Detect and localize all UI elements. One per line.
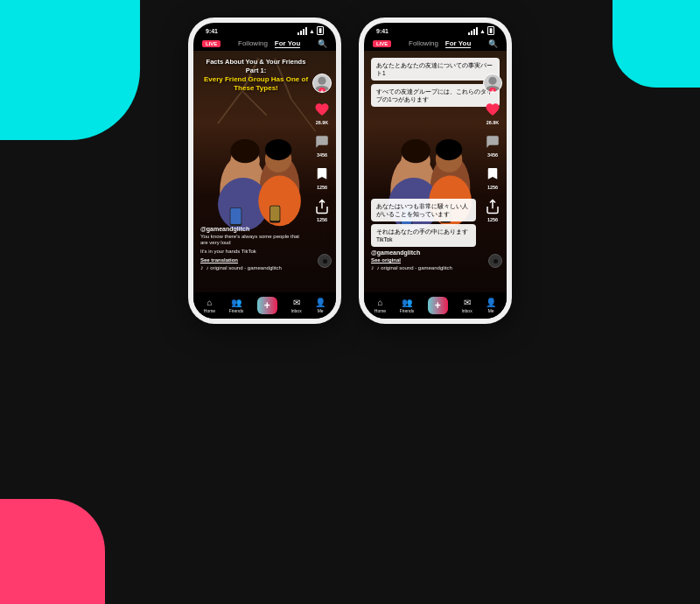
avatar-item-right: +	[483, 74, 502, 93]
like-icon-left[interactable]	[312, 100, 332, 119]
jp-caption2-box-right: それはあなたの手の中にありますTikTok	[371, 224, 476, 247]
svg-point-29	[401, 139, 430, 163]
jp-overlay-right: あなたとあなたの友達についての事実パート1 すべての友達グループには、これらのタ…	[371, 58, 500, 110]
save-action-left[interactable]: 1256	[312, 165, 332, 190]
bg-accent-pink	[0, 499, 105, 604]
inbox-icon-left: ✉	[293, 298, 300, 307]
save-icon-left[interactable]	[312, 165, 332, 184]
music-note-left: ♪	[200, 264, 204, 270]
tab-following-left[interactable]: Following	[238, 39, 268, 48]
nav-me-left[interactable]: 👤 Me	[315, 298, 326, 313]
tab-for-you-left[interactable]: For You	[275, 39, 300, 48]
sound-text-right: ♪ original sound - gameandglitch	[377, 265, 452, 270]
see-original-right[interactable]: See original	[371, 257, 476, 263]
username-left: @gameandglitch	[200, 226, 305, 232]
bar3	[303, 29, 304, 35]
share-icon-right[interactable]	[483, 197, 502, 216]
share-count-right: 1256	[487, 217, 498, 222]
me-label-right: Me	[488, 308, 494, 313]
heart-svg-right	[485, 102, 500, 117]
search-icon-left[interactable]: 🔍	[318, 39, 327, 48]
jp-title1-right: あなたとあなたの友達についての事実パート1	[376, 61, 494, 77]
side-actions-left: + 26.9K	[312, 74, 332, 222]
jp-box2-right: すべての友達グループには、これらのタイプの1つがあります	[371, 84, 500, 107]
bottom-info-right: あなたはいつも非常に騒々しい人がいることを知っています それはあなたの手の中にあ…	[371, 199, 476, 270]
bottom-info-left: @gameandglitch You know there's always s…	[200, 226, 305, 270]
plus-button-right[interactable]: +	[428, 297, 448, 314]
me-icon-left: 👤	[315, 298, 326, 307]
save-action-right[interactable]: 1256	[483, 165, 502, 190]
nav-inbox-left[interactable]: ✉ Inbox	[290, 298, 301, 313]
phone-left: 9:41 ▲ ▮ LIVE Following For Y	[188, 18, 341, 324]
friends-label-left: Friends	[229, 308, 244, 313]
live-badge-left[interactable]: LIVE	[202, 40, 220, 47]
bookmark-svg-left	[316, 166, 328, 182]
wifi-icon-right: ▲	[480, 28, 486, 34]
like-icon-right[interactable]	[483, 100, 502, 119]
title-white-left: Facts About You & Your Friends Part 1:	[202, 58, 310, 75]
save-count-left: 1256	[317, 185, 327, 190]
rbar2	[471, 31, 472, 35]
home-icon-right: ⌂	[377, 298, 382, 307]
like-count-right: 26.9K	[486, 120, 500, 125]
avatar-left[interactable]: +	[312, 74, 332, 93]
nav-friends-left[interactable]: 👥 Friends	[229, 298, 244, 313]
like-count-left: 26.9K	[316, 120, 329, 125]
top-nav-left: LIVE Following For You 🔍	[193, 37, 336, 51]
comment-svg-left	[314, 134, 330, 150]
avatar-plus-left[interactable]: +	[318, 88, 326, 93]
friends-label-right: Friends	[400, 308, 415, 313]
nav-friends-right[interactable]: 👥 Friends	[400, 298, 415, 313]
share-count-left: 1256	[317, 217, 327, 222]
share-icon-left[interactable]	[312, 197, 332, 216]
nav-me-right[interactable]: 👤 Me	[486, 298, 496, 313]
comment-icon-left[interactable]	[312, 132, 332, 151]
sound-text-left: ♪ original sound - gameandglitch	[206, 265, 282, 270]
live-badge-right[interactable]: LIVE	[373, 40, 391, 47]
comment-icon-right[interactable]	[483, 132, 502, 151]
avatar-plus-right[interactable]: +	[489, 88, 496, 93]
plus-button-left[interactable]: +	[257, 297, 277, 314]
share-action-right[interactable]: 1256	[483, 197, 502, 222]
video-area-right: あなたとあなたの友達についての事実パート1 すべての友達グループには、これらのタ…	[364, 51, 507, 292]
tab-following-right[interactable]: Following	[409, 39, 438, 48]
bottom-nav-right: ⌂ Home 👥 Friends + ✉ Inbox 👤	[364, 292, 507, 319]
sound-info-right: ♪ ♪ original sound - gameandglitch	[371, 264, 476, 270]
friends-icon-right: 👥	[402, 298, 412, 307]
avatar-item-left: +	[312, 74, 332, 93]
save-count-right: 1256	[487, 185, 498, 190]
rbar3	[473, 29, 475, 35]
notch-right	[410, 23, 462, 35]
svg-line-13	[218, 91, 242, 123]
bg-accent-teal	[612, 0, 700, 88]
nav-home-left[interactable]: ⌂ Home	[204, 298, 215, 313]
top-nav-right: LIVE Following For You 🔍	[364, 37, 507, 51]
like-action-right[interactable]: 26.9K	[483, 100, 502, 125]
nav-plus-left[interactable]: +	[257, 297, 277, 314]
comment-action-right[interactable]: 3456	[483, 132, 502, 158]
tab-for-you-right[interactable]: For You	[445, 39, 471, 48]
rbar4	[476, 27, 478, 35]
see-translation-left[interactable]: See translation	[200, 257, 305, 263]
inbox-label-left: Inbox	[290, 308, 301, 313]
disc-inner-left	[323, 259, 327, 263]
comment-count-right: 3456	[487, 152, 498, 158]
like-action-left[interactable]: 26.9K	[312, 100, 332, 125]
jp-caption-right: あなたはいつも非常に騒々しい人がいることを知っています	[376, 202, 471, 218]
share-action-left[interactable]: 1256	[312, 197, 332, 222]
heart-svg-left	[314, 102, 330, 117]
avatar-right[interactable]: +	[483, 74, 502, 93]
nav-home-right[interactable]: ⌂ Home	[374, 298, 386, 313]
music-disc-right	[488, 254, 502, 268]
video-bg-right: あなたとあなたの友達についての事実パート1 すべての友達グループには、これらのタ…	[364, 51, 507, 292]
nav-inbox-right[interactable]: ✉ Inbox	[461, 298, 472, 313]
video-area-left: Facts About You & Your Friends Part 1: E…	[193, 51, 336, 292]
phones-container: 9:41 ▲ ▮ LIVE Following For Y	[188, 18, 512, 324]
save-icon-right[interactable]	[483, 165, 502, 184]
comment-action-left[interactable]: 3456	[312, 132, 332, 158]
plus-label-left: +	[264, 299, 270, 312]
nav-plus-right[interactable]: +	[428, 297, 448, 314]
phone-right-screen: 9:41 ▲ ▮ LIVE Following For Y	[364, 23, 507, 319]
search-icon-right[interactable]: 🔍	[488, 39, 498, 48]
jp-caption-box-right: あなたはいつも非常に騒々しい人がいることを知っています	[371, 199, 476, 221]
